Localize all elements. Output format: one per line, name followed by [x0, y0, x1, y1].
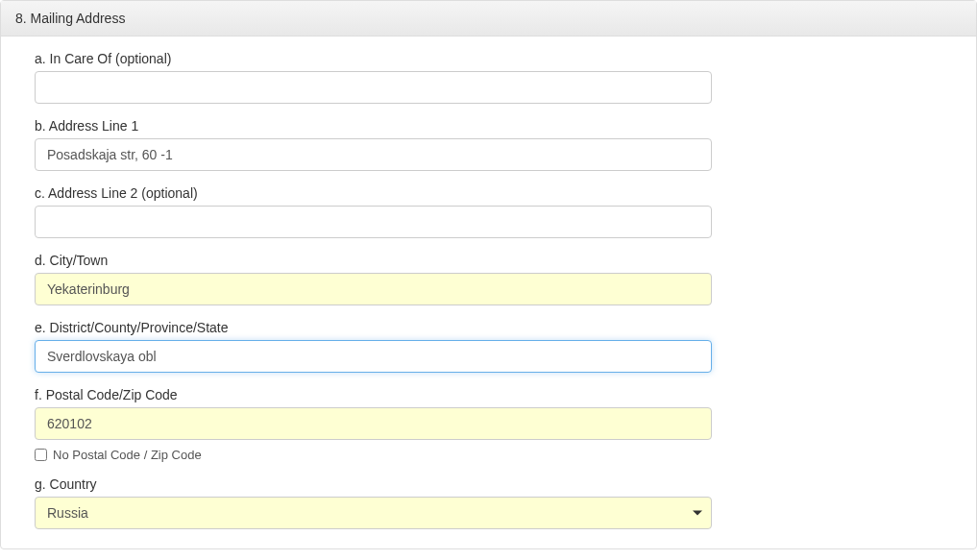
input-city[interactable]: [35, 273, 712, 305]
no-postal-row: No Postal Code / Zip Code: [35, 448, 942, 462]
label-city: d. City/Town: [35, 253, 942, 268]
select-wrapper-country: Russia: [35, 497, 712, 529]
input-in-care-of[interactable]: [35, 71, 712, 104]
mailing-address-panel: 8. Mailing Address a. In Care Of (option…: [0, 0, 977, 549]
label-in-care-of: a. In Care Of (optional): [35, 51, 942, 66]
section-header: 8. Mailing Address: [1, 1, 976, 37]
label-address-line-2: c. Address Line 2 (optional): [35, 185, 942, 201]
field-address-line-1: b. Address Line 1: [35, 118, 942, 171]
section-title: 8. Mailing Address: [15, 11, 125, 26]
label-no-postal: No Postal Code / Zip Code: [53, 448, 202, 462]
field-postal: f. Postal Code/Zip Code No Postal Code /…: [35, 387, 942, 462]
checkbox-no-postal[interactable]: [35, 449, 47, 461]
label-country: g. Country: [35, 476, 942, 492]
field-district: e. District/County/Province/State: [35, 320, 942, 373]
input-postal[interactable]: [35, 407, 712, 440]
label-postal: f. Postal Code/Zip Code: [35, 387, 942, 402]
input-district[interactable]: [35, 340, 712, 373]
field-address-line-2: c. Address Line 2 (optional): [35, 185, 942, 238]
label-address-line-1: b. Address Line 1: [35, 118, 942, 134]
field-country: g. Country Russia: [35, 476, 942, 529]
input-address-line-1[interactable]: [35, 138, 712, 171]
label-district: e. District/County/Province/State: [35, 320, 942, 335]
input-address-line-2[interactable]: [35, 206, 712, 238]
field-city: d. City/Town: [35, 253, 942, 305]
field-in-care-of: a. In Care Of (optional): [35, 51, 942, 104]
select-country[interactable]: Russia: [35, 497, 712, 529]
form-body: a. In Care Of (optional) b. Address Line…: [1, 37, 976, 548]
